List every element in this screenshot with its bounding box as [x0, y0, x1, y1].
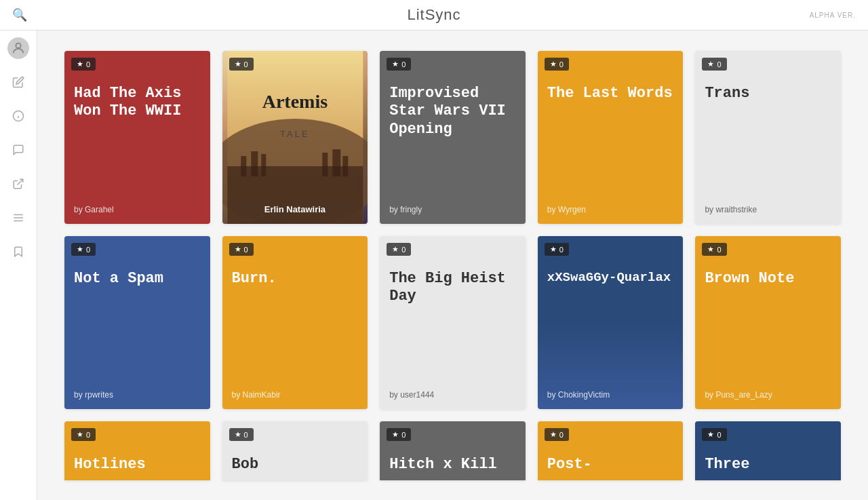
book-card-9[interactable]: ★ 0 xXSwaGGy-Quarlax by ChokingVictim — [538, 236, 684, 409]
book-card-2[interactable]: ★ 0 Artemis TALE Erlin Natawiria — [222, 51, 368, 224]
book-card-13[interactable]: ★ 0 Hitch x Kill — [380, 421, 526, 480]
star-icon: ★ — [235, 430, 241, 439]
book-author-10: by Puns_are_Lazy — [695, 390, 841, 409]
book-grid-row2: ★ 0 Not a Spam by rpwrites ★ 0 Burn. by … — [64, 236, 841, 409]
edit-icon[interactable] — [7, 71, 29, 93]
book-card-12[interactable]: ★ 0 Bob — [222, 421, 368, 480]
book-card-3[interactable]: ★ 0 Improvised Star Wars VII Opening by … — [380, 51, 526, 224]
book-badge-10: ★ 0 — [702, 243, 726, 256]
book-badge-4: ★ 0 — [545, 58, 569, 71]
content-area: ★ 0 Had The Axis Won The WWII by Garahel — [37, 31, 868, 500]
book-author-5: by wraithstrike — [695, 205, 841, 224]
book-card-1[interactable]: ★ 0 Had The Axis Won The WWII by Garahel — [64, 51, 210, 224]
star-icon: ★ — [235, 245, 241, 254]
book-card-14[interactable]: ★ 0 Post- — [538, 421, 684, 480]
star-icon: ★ — [550, 245, 557, 254]
main-layout: ★ 0 Had The Axis Won The WWII by Garahel — [0, 31, 868, 500]
book-title-14: Post- — [538, 456, 684, 480]
book-cover-image-2: ★ 0 Artemis TALE Erlin Natawiria — [222, 51, 368, 224]
book-author-3: by fringly — [380, 205, 526, 224]
book-card-10[interactable]: ★ 0 Brown Note by Puns_are_Lazy — [695, 236, 841, 409]
book-grid-row1: ★ 0 Had The Axis Won The WWII by Garahel — [64, 51, 841, 224]
topbar: 🔍 LitSync ALPHA VER. — [0, 0, 868, 31]
svg-rect-12 — [251, 151, 258, 176]
book-author-2: Erlin Natawiria — [222, 204, 368, 214]
book-title-10: Brown Note — [695, 236, 841, 390]
book-subtitle-2: TALE — [222, 129, 368, 139]
book-badge-3: ★ 0 — [387, 58, 411, 71]
book-badge-15: ★ 0 — [702, 428, 726, 441]
book-title-5: Trans — [695, 51, 841, 205]
book-title-8: The Big Heist Day — [380, 236, 526, 390]
book-card-5[interactable]: ★ 0 Trans by wraithstrike — [695, 51, 841, 224]
book-author-8: by user1444 — [380, 390, 526, 409]
book-badge-2: ★ 0 — [229, 58, 254, 71]
list-icon[interactable] — [7, 207, 29, 229]
star-icon: ★ — [392, 430, 399, 439]
book-card-11[interactable]: ★ 0 Hotlines — [64, 421, 210, 480]
star-icon: ★ — [550, 430, 557, 439]
star-icon: ★ — [707, 60, 714, 69]
book-badge-9: ★ 0 — [545, 243, 569, 256]
star-icon: ★ — [550, 60, 557, 69]
external-link-icon[interactable] — [7, 173, 29, 195]
avatar-icon[interactable] — [7, 37, 29, 59]
chat-icon[interactable] — [7, 139, 29, 161]
star-icon: ★ — [707, 245, 714, 254]
bookmark-icon[interactable] — [7, 241, 29, 263]
book-card-7[interactable]: ★ 0 Burn. by NaimKabir — [222, 236, 368, 409]
star-icon: ★ — [235, 60, 241, 69]
book-author-7: by NaimKabir — [222, 390, 368, 409]
star-icon: ★ — [392, 245, 399, 254]
svg-rect-13 — [261, 154, 266, 176]
svg-rect-14 — [322, 153, 328, 176]
svg-point-0 — [16, 43, 20, 48]
book-badge-12: ★ 0 — [229, 428, 254, 441]
star-icon: ★ — [707, 430, 714, 439]
book-badge-13: ★ 0 — [387, 428, 411, 441]
book-title-2: Artemis — [222, 92, 368, 113]
version-label: ALPHA VER. — [810, 12, 856, 19]
app-title: LitSync — [407, 6, 460, 24]
book-badge-11: ★ 0 — [71, 428, 96, 441]
book-card-15[interactable]: ★ 0 Three — [695, 421, 841, 480]
sidebar — [0, 31, 37, 500]
book-author-9: by ChokingVictim — [538, 390, 684, 409]
book-author-4: by Wyrgen — [538, 205, 684, 224]
book-badge-5: ★ 0 — [702, 58, 726, 71]
book-card-8[interactable]: ★ 0 The Big Heist Day by user1444 — [380, 236, 526, 409]
book-badge-1: ★ 0 — [71, 58, 96, 71]
book-badge-14: ★ 0 — [545, 428, 569, 441]
book-title-11: Hotlines — [64, 456, 210, 480]
star-icon: ★ — [77, 245, 83, 254]
info-icon[interactable] — [7, 105, 29, 127]
book-badge-8: ★ 0 — [387, 243, 411, 256]
book-grid-row3: ★ 0 Hotlines ★ 0 Bob ★ 0 Hitch x Kill — [64, 421, 841, 480]
book-title-7: Burn. — [222, 236, 368, 390]
star-icon: ★ — [77, 430, 83, 439]
book-badge-6: ★ 0 — [71, 243, 96, 256]
book-author-1: by Garahel — [64, 205, 210, 224]
book-badge-7: ★ 0 — [229, 243, 254, 256]
star-icon: ★ — [392, 60, 399, 69]
book-title-15: Three — [695, 456, 841, 480]
book-title-1: Had The Axis Won The WWII — [64, 51, 210, 205]
star-icon: ★ — [77, 60, 83, 69]
book-author-6: by rpwrites — [64, 390, 210, 409]
book-title-3: Improvised Star Wars VII Opening — [380, 51, 526, 205]
book-title-12: Bob — [222, 456, 368, 480]
book-card-6[interactable]: ★ 0 Not a Spam by rpwrites — [64, 236, 210, 409]
svg-rect-16 — [342, 156, 348, 176]
svg-line-4 — [18, 179, 23, 185]
search-icon[interactable]: 🔍 — [12, 7, 27, 22]
book-title-6: Not a Spam — [64, 236, 210, 390]
book-title-4: The Last Words — [538, 51, 684, 205]
svg-rect-11 — [241, 156, 246, 176]
book-title-9: xXSwaGGy-Quarlax — [538, 236, 684, 390]
book-card-4[interactable]: ★ 0 The Last Words by Wyrgen — [538, 51, 684, 224]
book-title-13: Hitch x Kill — [380, 456, 526, 480]
svg-rect-15 — [332, 149, 340, 176]
